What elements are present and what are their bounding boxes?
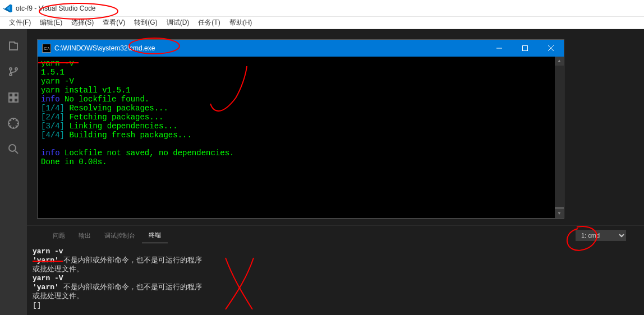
svg-rect-2 [523, 46, 528, 51]
cmd-line: 1.5.1 [41, 68, 560, 77]
terminal-line: 或批处理文件。 [33, 292, 638, 301]
cmd-line: info Lockfile not saved, no dependencies… [41, 149, 560, 158]
extensions-icon[interactable] [0, 86, 27, 109]
scroll-down-icon[interactable]: ▼ [555, 209, 564, 218]
cmd-line: [3/4] Linking dependencies... [41, 122, 560, 131]
menubar: 文件(F) 编辑(E) 选择(S) 查看(V) 转到(G) 调试(D) 任务(T… [0, 17, 644, 29]
terminal-line: yarn -v [33, 247, 638, 256]
close-button[interactable] [538, 40, 564, 57]
menu-debug[interactable]: 调试(D) [162, 17, 194, 29]
cmd-line: yarn -V [41, 77, 560, 86]
menu-help[interactable]: 帮助(H) [225, 17, 257, 29]
menu-view[interactable]: 查看(V) [98, 17, 130, 29]
menu-edit[interactable]: 编辑(E) [35, 17, 67, 29]
cmd-icon: C:\ [42, 44, 51, 53]
terminal-line: 或批处理文件。 [33, 265, 638, 274]
explorer-icon[interactable] [0, 35, 27, 57]
main-content: C:\ C:\WINDOWS\system32\cmd.exe yarn -v [27, 29, 644, 315]
menu-file[interactable]: 文件(F) [4, 17, 35, 29]
terminal-line: 'yarn' 不是内部或外部命令，也不是可运行的程序 [33, 283, 638, 292]
cmd-window-controls [486, 40, 564, 57]
panel: 问题 输出 调试控制台 终端 1: cmd yarn -v 'yarn' 不是内… [27, 225, 644, 315]
terminal-body[interactable]: yarn -v 'yarn' 不是内部或外部命令，也不是可运行的程序 或批处理文… [27, 245, 644, 312]
source-control-icon[interactable] [0, 61, 27, 83]
cmd-line: info No lockfile found. [41, 95, 560, 104]
cmd-titlebar[interactable]: C:\ C:\WINDOWS\system32\cmd.exe [38, 40, 564, 57]
terminal-line: 'yarn' 不是内部或外部命令，也不是可运行的程序 [33, 256, 638, 265]
search-icon[interactable] [0, 138, 27, 160]
svg-point-1 [9, 145, 16, 151]
vscode-icon [3, 4, 12, 13]
cmd-body[interactable]: yarn -v 1.5.1 yarn -V yarn install v1.5.… [38, 57, 564, 218]
cmd-line: [4/4] Building fresh packages... [41, 131, 560, 140]
menu-selection[interactable]: 选择(S) [67, 17, 98, 29]
tab-output[interactable]: 输出 [72, 228, 98, 243]
terminal-line: yarn -V [33, 274, 638, 283]
terminal-line: [] [33, 301, 638, 310]
tab-problems[interactable]: 问题 [46, 228, 72, 243]
editor-area: C:\ C:\WINDOWS\system32\cmd.exe yarn -v [0, 29, 644, 315]
panel-tabs: 问题 输出 调试控制台 终端 1: cmd [27, 226, 644, 245]
cmd-scrollbar[interactable]: ▲ ▼ [555, 57, 564, 218]
cmd-line [41, 140, 560, 149]
menu-tasks[interactable]: 任务(T) [194, 17, 224, 29]
cmd-line: Done in 0.08s. [41, 158, 560, 166]
minimize-button[interactable] [486, 40, 512, 57]
debug-icon[interactable] [0, 112, 27, 135]
cmd-title: C:\WINDOWS\system32\cmd.exe [54, 44, 486, 52]
cmd-line: yarn install v1.5.1 [41, 86, 560, 95]
menu-goto[interactable]: 转到(G) [130, 17, 162, 29]
terminal-select[interactable]: 1: cmd [576, 230, 626, 241]
window-title: otc-f9 - Visual Studio Code [16, 4, 96, 12]
activitybar [0, 29, 27, 315]
cmd-line: yarn -v [41, 59, 560, 68]
cmd-window[interactable]: C:\ C:\WINDOWS\system32\cmd.exe yarn -v [37, 39, 564, 219]
cmd-line: [2/4] Fetching packages... [41, 113, 560, 122]
scroll-up-icon[interactable]: ▲ [555, 57, 564, 66]
maximize-button[interactable] [512, 40, 538, 57]
tab-terminal[interactable]: 终端 [142, 228, 168, 243]
cmd-line: [1/4] Resolving packages... [41, 104, 560, 113]
window-titlebar: otc-f9 - Visual Studio Code [0, 0, 644, 17]
tab-debug-console[interactable]: 调试控制台 [98, 228, 142, 243]
